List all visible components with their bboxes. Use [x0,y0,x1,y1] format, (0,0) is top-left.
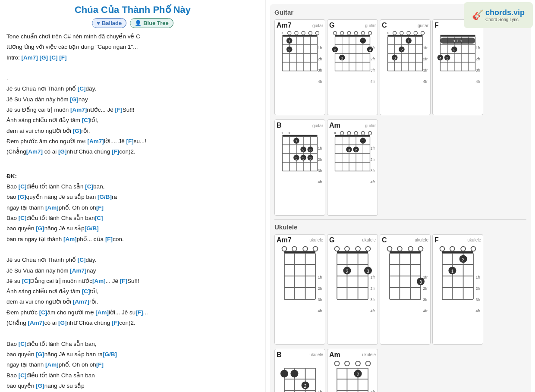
svg-point-192 [461,246,466,251]
chord-f6[interactable]: [F] [120,278,127,284]
chord-g[interactable]: [G] [70,96,79,103]
svg-point-35 [354,31,358,35]
svg-point-58 [393,31,397,35]
chord-box-b-ukulele: B ukulele [274,349,325,392]
tag-bluetree[interactable]: 👤 Blue Tree [130,18,173,28]
chord-c[interactable]: [C] [78,85,86,92]
chord-box-f-guitar: F guitar [432,19,483,115]
chord-f3[interactable]: [F] [112,148,119,155]
chord-am5[interactable]: [Am] [45,361,59,368]
chord-am2[interactable]: [Am] [63,236,77,242]
g-ukulele-diagram: 2 3 [329,245,376,303]
svg-text:3: 3 [302,156,304,160]
svg-point-16 [315,31,319,35]
chord-c3[interactable]: [C] [19,183,27,190]
chord-am3[interactable]: [Am] [92,278,106,284]
chord-box-g-guitar: G guitar [327,19,378,115]
heart-icon: ♥ [97,20,100,26]
chord-g8[interactable]: [G] [36,383,44,389]
chord-f5[interactable]: [F] [105,236,113,242]
chord-g2[interactable]: [G] [73,128,82,134]
chord-g3[interactable]: [G] [58,148,67,155]
chord-f[interactable]: [F] [115,107,123,113]
svg-point-145 [282,246,287,251]
chord-g5[interactable]: [G] [36,225,44,232]
g-guitar-diagram: 1 2 3 4 [329,30,376,74]
svg-rect-21 [335,35,370,37]
chord-am7d[interactable]: [Am7] [70,267,86,274]
chord-c6[interactable]: [C] [95,215,103,221]
chord-am7f[interactable]: [Am7] [28,320,44,326]
svg-rect-88 [283,135,318,137]
svg-point-62 [421,31,424,35]
chord-f2[interactable]: [F] [126,138,134,144]
b-guitar-diagram: x x 1 2 3 3 3 3 [277,130,323,174]
chord-c9[interactable]: [C] [82,288,90,295]
chord-g4[interactable]: [G] [18,194,26,200]
intro-line: Intro: [Am7] [G] [C] [F] [6,53,259,63]
chord-g6[interactable]: [G] [58,320,67,326]
chord-c5[interactable]: [C] [19,215,27,221]
chord-gb2[interactable]: [G/B] [85,225,99,232]
svg-text:3: 3 [367,268,369,273]
chord-am7e[interactable]: [Am7] [73,298,89,305]
svg-text:1: 1 [288,38,290,43]
chord-am7c[interactable]: [Am7] [26,148,43,155]
c-guitar-diagram: x 1 2 3 [382,30,428,74]
verse2: Jê su Chúa nơi Thành phố [C]đây. Jê Su V… [6,255,259,328]
svg-point-208 [290,370,298,377]
svg-point-160 [356,246,360,251]
svg-text:3: 3 [419,279,422,285]
intro-chord-g[interactable]: [G] [40,54,48,61]
chord-gb[interactable]: [G/B] [98,194,112,200]
chord-box-c-ukulele: C ukulele [380,234,431,345]
svg-text:1 1 1: 1 1 1 [453,38,463,43]
svg-rect-0 [283,35,318,37]
svg-point-220 [335,361,340,366]
f-guitar-diagram: 1 1 1 2 3 4 [434,30,481,74]
chord-am4[interactable]: [Am] [95,309,109,316]
chord-am7b[interactable]: [Am7] [88,138,104,144]
chord-c8[interactable]: [C] [22,278,30,284]
svg-text:3: 3 [446,56,448,60]
chord-f4[interactable]: [F] [96,204,104,211]
chord-c12[interactable]: [C] [19,372,27,379]
chord-c11[interactable]: [C] [19,341,27,347]
chord-g7[interactable]: [G] [36,351,44,358]
chord-box-g-ukulele: G ukulele [327,234,378,345]
chord-am[interactable]: [Am] [45,204,59,211]
svg-point-178 [419,246,423,251]
chord-am7[interactable]: [Am7] [70,107,87,113]
tag-ballade[interactable]: ♥ Ballade [92,18,126,28]
chord-gb3[interactable]: [G/B] [103,351,117,358]
svg-text:1: 1 [451,268,453,273]
svg-point-33 [340,31,344,35]
chord-c10[interactable]: [C] [39,309,47,316]
chord-f9[interactable]: [F] [96,361,104,368]
c-ukulele-diagram: 3 [382,245,428,303]
intro-chord-c[interactable]: [C] [50,54,58,61]
svg-point-193 [471,246,476,251]
svg-text:x: x [281,30,283,35]
chord-c2[interactable]: [C] [82,117,90,123]
svg-text:2: 2 [355,147,357,152]
intro-chord-am7[interactable]: [Am7] [22,54,38,61]
chord-f7[interactable]: [F] [135,309,143,316]
f-ukulele-diagram: 1 2 [434,245,481,303]
svg-point-177 [408,246,413,251]
svg-point-13 [295,31,298,35]
page-header: Chúa Của Thành Phố Này ♥ Ballade 👤 Blue … [6,4,259,28]
chorus1: ĐK: Bao [C]điều tốt lành Cha sẵn [C]ban,… [6,171,259,245]
svg-text:2: 2 [302,147,304,152]
svg-point-34 [347,31,351,35]
chord-box-am7-guitar: Am7 guitar [274,19,325,115]
svg-point-37 [368,31,371,35]
svg-text:2: 2 [400,47,403,52]
svg-text:1: 1 [295,139,297,144]
chord-f8[interactable]: [F] [112,320,119,326]
chord-c7[interactable]: [C] [78,257,86,263]
intro-chord-f[interactable]: [F] [59,54,66,61]
svg-point-127 [354,132,358,135]
svg-text:4: 4 [439,56,441,60]
chord-c4[interactable]: [C] [85,183,93,190]
